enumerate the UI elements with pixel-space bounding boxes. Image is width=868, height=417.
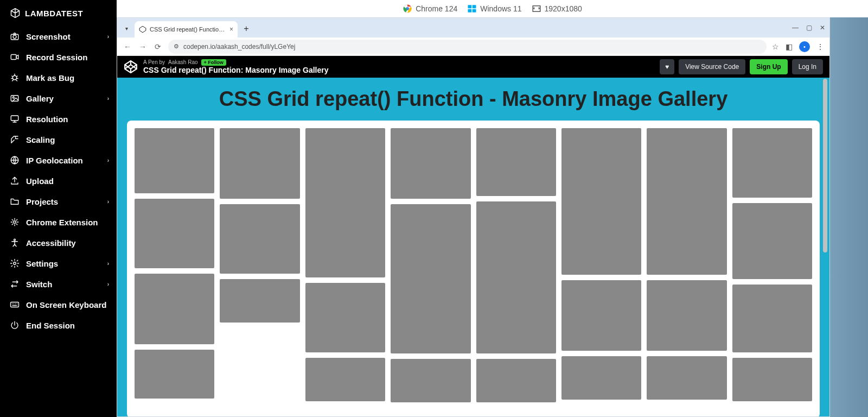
sidebar-item-label: Gallery [26,94,54,103]
svg-rect-11 [11,302,19,307]
sidebar-item-record-session[interactable]: Record Session [0,47,117,67]
pen-author[interactable]: Aakash Rao [168,59,197,66]
sparkle-icon [10,217,20,227]
sidebar-item-label: IP Geolocation [26,156,83,165]
sidebar-item-mark-as-bug[interactable]: Mark as Bug [0,67,117,88]
chevron-right-icon: › [107,199,109,205]
sidebar-item-label: Upload [26,176,54,186]
scrollbar-thumb[interactable] [823,79,827,252]
sidebar-item-scaling[interactable]: Scaling [0,129,117,150]
gallery-image[interactable] [476,201,556,353]
gallery-image[interactable] [220,204,299,274]
gallery-image[interactable] [732,358,812,401]
sidebar-item-chrome-extension[interactable]: Chrome Extension [0,212,117,232]
signup-button[interactable]: Sign Up [750,59,787,74]
gallery-image[interactable] [647,280,726,351]
brand[interactable]: LAMBDATEST [0,5,117,26]
pen-title: CSS Grid repeat() Function: Masonry Imag… [143,66,329,74]
sidebar-item-switch[interactable]: Switch› [0,274,117,294]
new-tab-button[interactable]: + [240,22,253,35]
vertical-scrollbar[interactable] [822,79,828,415]
codepen-favicon-icon [139,26,146,33]
nav-back-button[interactable]: ← [123,42,132,51]
sidebar-item-ip-geolocation[interactable]: IP Geolocation› [0,150,117,170]
env-browser: Chrome 124 [403,4,457,14]
gallery-image[interactable] [220,279,299,323]
sidebar-item-label: Scaling [26,135,55,144]
nav-forward-button[interactable]: → [138,42,148,51]
gallery-image[interactable] [220,128,299,199]
sidebar-item-accessibility[interactable]: Accessibility [0,232,117,253]
sidebar-item-label: Switch [26,280,52,289]
url-input[interactable]: ⚙ codepen.io/aakash_codes/full/yLGeYej [168,40,767,54]
sidebar-item-gallery[interactable]: Gallery› [0,88,117,109]
keyboard-icon [10,300,20,309]
gallery-image[interactable] [476,128,556,196]
gallery-image[interactable] [391,359,470,402]
view-source-button[interactable]: View Source Code [679,59,745,74]
sidebar-item-on-screen-keyboard[interactable]: On Screen Keyboard [0,294,117,315]
gallery-image[interactable] [476,359,556,402]
gallery-image[interactable] [135,350,214,399]
bookmark-icon[interactable]: ☆ [772,42,779,51]
gallery-image[interactable] [135,128,214,193]
gear-icon [10,258,20,268]
power-icon [10,320,20,330]
window-minimize-button[interactable]: — [792,24,799,31]
chevron-right-icon: › [107,34,109,40]
gallery-image[interactable] [647,128,726,275]
sidebar-item-settings[interactable]: Settings› [0,253,117,274]
gallery-image[interactable] [305,358,385,401]
tab-close-icon[interactable]: × [229,26,233,33]
svg-rect-2 [11,55,16,60]
sidebar-item-label: Record Session [26,53,87,62]
sidebar-item-resolution[interactable]: Resolution [0,109,117,129]
follow-button[interactable]: + Follow [201,59,226,66]
resolution-icon [532,4,541,14]
love-button[interactable]: ♥ [660,59,674,74]
gallery-image[interactable] [561,128,641,275]
tab-title: CSS Grid repeat() Function: M [150,26,226,33]
gallery-image[interactable] [135,274,214,344]
profile-avatar[interactable]: • [799,41,810,52]
image-icon [10,93,20,103]
codepen-logo-icon[interactable] [124,60,138,74]
extensions-icon[interactable]: ◧ [786,42,793,51]
gallery-container [127,121,820,416]
env-browser-label: Chrome 124 [416,4,457,13]
window-close-button[interactable]: ✕ [820,24,825,31]
gallery-image[interactable] [561,356,641,400]
sidebar-item-end-session[interactable]: End Session [0,315,117,336]
sidebar-item-screenshot[interactable]: Screenshot› [0,26,117,47]
gallery-image[interactable] [647,356,726,400]
nav-reload-button[interactable]: ⟳ [153,42,163,51]
window-controls: — ▢ ✕ [792,18,825,37]
gallery-image[interactable] [391,128,470,199]
svg-rect-4 [11,96,18,102]
window-maximize-button[interactable]: ▢ [806,24,812,31]
video-icon [10,52,20,62]
browser-tab[interactable]: CSS Grid repeat() Function: M × [135,21,238,37]
gallery-image[interactable] [305,283,385,352]
chevron-right-icon: › [107,157,109,163]
gallery-image[interactable] [561,280,641,351]
right-gutter [830,17,868,417]
codepen-header: A Pen by Aakash Rao + Follow CSS Grid re… [117,56,829,78]
gallery-image[interactable] [391,204,470,353]
gallery-image[interactable] [135,199,214,268]
sidebar-item-projects[interactable]: Projects› [0,191,117,212]
gallery-image[interactable] [732,203,812,279]
gallery-image[interactable] [732,285,812,352]
sidebar-item-label: On Screen Keyboard [26,300,106,309]
login-button[interactable]: Log In [792,59,823,74]
sidebar-item-upload[interactable]: Upload [0,170,117,191]
folder-icon [10,197,20,206]
browser-menu-icon[interactable]: ⋮ [816,42,824,51]
chrome-icon [403,4,412,14]
gallery-image[interactable] [305,128,385,277]
search-tabs-button[interactable]: ▾ [120,22,132,34]
gallery-image[interactable] [732,128,812,198]
sidebar-item-label: Accessibility [26,238,76,248]
site-info-icon[interactable]: ⚙ [174,43,179,50]
page-heading: CSS Grid repeat() Function - Masonry Ima… [117,87,829,111]
